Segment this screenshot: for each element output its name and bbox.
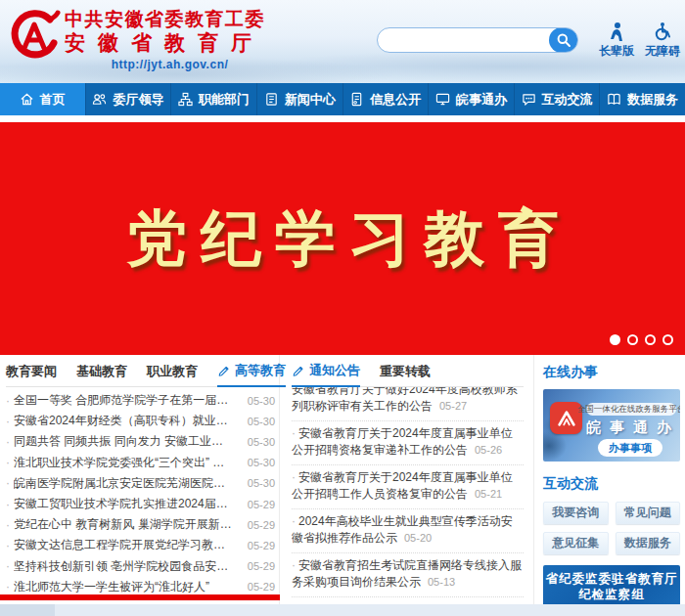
site-titles: 中共安徽省委教育工委 安徽省教育厅 http://jyt.ah.gov.cn/ bbox=[65, 8, 348, 71]
service-items-button[interactable]: 办事事项 bbox=[598, 439, 662, 457]
discipline-inspection-banner[interactable]: 省纪委监委驻省教育厅 纪检监察组 bbox=[543, 565, 680, 606]
nav-label: 信息公开 bbox=[370, 91, 421, 109]
wanshitongban-title: 皖事通办 bbox=[586, 418, 676, 437]
online-services-icon bbox=[435, 92, 450, 107]
news-item[interactable]: ·坚持科技创新引领 亳州学院校园食品安全管理能力再...05-29 bbox=[6, 556, 275, 577]
news-item[interactable]: ·同题共答 同频共振 同向发力 安徽工业大学党委与马...05-30 bbox=[6, 431, 275, 452]
carousel-dot-4[interactable] bbox=[662, 334, 673, 345]
notice-item[interactable]: ·安徽省教育招生考试院直播网络专线接入服务采购项目询价结果公示05-13 bbox=[292, 553, 524, 597]
nav-item-online-services[interactable]: 皖事通办 bbox=[429, 83, 515, 115]
news-list: ·全国一等奖 合肥师范学院学子在第一届信息安全铁人...05-30 ·安徽省20… bbox=[6, 390, 275, 597]
interaction-heading: 互动交流 bbox=[543, 475, 680, 493]
notice-item[interactable]: ·2024年高校毕业生就业典型宣传季活动安徽省拟推荐作品公示05-20 bbox=[292, 509, 524, 553]
bullet: · bbox=[292, 514, 296, 528]
nav-item-info-disclosure[interactable]: 信息公开 bbox=[343, 83, 430, 115]
carousel-dot-3[interactable] bbox=[645, 334, 656, 345]
news-item[interactable]: ·安徽省2024年财经类（高职专科）就业市场双选会...05-30 bbox=[6, 411, 275, 431]
news-item[interactable]: ·皖南医学院附属北京安定医院芜湖医院签约揭牌05-30 bbox=[6, 473, 275, 494]
service-column: 在线办事 全国一体化在线政务服务平台 皖事通办 办事事项 互动交流 我要咨询 常… bbox=[534, 355, 685, 604]
site-url[interactable]: http://jyt.ah.gov.cn/ bbox=[65, 58, 275, 71]
nav-label: 新闻中心 bbox=[285, 91, 336, 109]
bullet: · bbox=[6, 518, 14, 532]
bullet: · bbox=[6, 435, 14, 449]
faq-button[interactable]: 常见问题 bbox=[616, 502, 681, 524]
nav-item-interaction[interactable]: 互动交流 bbox=[515, 83, 601, 115]
tab-vocational-education[interactable]: 职业教育 bbox=[147, 363, 198, 386]
nav-label: 互动交流 bbox=[542, 91, 593, 109]
page: 中共安徽省委教育工委 安徽省教育厅 http://jyt.ah.gov.cn/ … bbox=[0, 0, 685, 616]
data-service-button[interactable]: 数据服务 bbox=[616, 532, 681, 554]
news-item[interactable]: ·全国一等奖 合肥师范学院学子在第一届信息安全铁人...05-30 bbox=[6, 390, 275, 411]
bullet: · bbox=[6, 539, 14, 552]
info-disclosure-icon bbox=[349, 92, 364, 107]
bullet: · bbox=[6, 394, 14, 408]
banner-title: 党纪学习教育 bbox=[113, 198, 572, 280]
nav-item-news-center[interactable]: 新闻中心 bbox=[257, 83, 343, 115]
content-area: 教育要闻 基础教育 职业教育 高等教育 ·全国一等奖 合肥师范学院学子在第一届信… bbox=[0, 355, 685, 604]
nav-item-departments[interactable]: 职能部门 bbox=[171, 83, 257, 115]
search-bar bbox=[377, 27, 578, 53]
carousel-dot-1[interactable] bbox=[610, 334, 620, 345]
carousel-banner[interactable]: 党纪学习教育 bbox=[0, 122, 685, 355]
search-input[interactable] bbox=[378, 28, 549, 52]
bullet: · bbox=[6, 456, 14, 469]
bullet: · bbox=[6, 580, 14, 594]
nav-item-data-services[interactable]: 数据服务 bbox=[600, 83, 685, 115]
nav-label: 数据服务 bbox=[627, 91, 678, 109]
footer-strip bbox=[0, 604, 685, 616]
tab-label: 通知公告 bbox=[309, 362, 360, 379]
home-icon bbox=[20, 92, 34, 107]
search-icon bbox=[556, 32, 571, 48]
pen-icon bbox=[292, 364, 305, 377]
notice-tabs: 通知公告 重要转载 bbox=[292, 362, 524, 387]
elder-version-button[interactable]: 长辈版 bbox=[595, 22, 638, 60]
accessibility-label: 无障碍 bbox=[645, 44, 680, 58]
bullet: · bbox=[6, 559, 14, 573]
footer-strip-segment bbox=[0, 604, 55, 616]
nav-label: 皖事通办 bbox=[456, 91, 507, 109]
pen-icon bbox=[217, 364, 231, 377]
consult-button[interactable]: 我要咨询 bbox=[543, 502, 609, 524]
feedback-button[interactable]: 意见征集 bbox=[543, 532, 609, 554]
tab-basic-education[interactable]: 基础教育 bbox=[76, 363, 127, 386]
notice-item[interactable]: ·安徽省教育厅关于2024年度直属事业单位公开招聘资格复审递补工作的公告05-2… bbox=[292, 421, 524, 465]
data-services-icon bbox=[607, 92, 621, 107]
news-item[interactable]: ·安徽文达信息工程学院开展党纪学习教育专题辅导05-29 bbox=[6, 535, 275, 555]
interaction-buttons: 我要咨询 常见问题 意见征集 数据服务 bbox=[543, 502, 680, 554]
carousel-dot-2[interactable] bbox=[627, 334, 638, 345]
site-logo[interactable] bbox=[6, 7, 61, 64]
nav-item-home[interactable]: 首页 bbox=[0, 83, 86, 115]
news-tabs: 教育要闻 基础教育 职业教育 高等教育 bbox=[6, 362, 275, 387]
nav-label: 首页 bbox=[40, 91, 66, 109]
tab-education-news[interactable]: 教育要闻 bbox=[6, 363, 57, 386]
notice-item[interactable]: 安徽省教育厅关于做好2024年度高校教师系列职称评审有关工作的公告05-27 bbox=[292, 387, 524, 421]
red-divider-strip bbox=[0, 594, 280, 600]
elder-version-label: 长辈版 bbox=[599, 44, 634, 58]
org-title-line2: 安徽省教育厅 bbox=[65, 30, 348, 56]
news-icon bbox=[264, 92, 279, 107]
nav-label: 委厅领导 bbox=[113, 91, 163, 109]
carousel-dots bbox=[610, 334, 673, 345]
org-title-line1: 中共安徽省委教育工委 bbox=[65, 8, 348, 30]
nav-item-leaders[interactable]: 委厅领导 bbox=[86, 83, 172, 115]
accessibility-button[interactable]: 无障碍 bbox=[641, 22, 684, 60]
news-column: 教育要闻 基础教育 职业教育 高等教育 ·全国一等奖 合肥师范学院学子在第一届信… bbox=[0, 355, 280, 604]
platform-strip-label: 全国一体化在线政务服务平台 bbox=[586, 403, 676, 416]
leaders-icon bbox=[92, 92, 107, 107]
tab-important-reposts[interactable]: 重要转载 bbox=[380, 363, 431, 386]
notice-item[interactable]: ·安徽省教育厅关于2024年度直属事业单位公开招聘工作人员资格复审的公告05-2… bbox=[292, 465, 524, 509]
tab-notices[interactable]: 通知公告 bbox=[292, 362, 360, 387]
bullet: · bbox=[6, 498, 14, 511]
news-item[interactable]: ·党纪在心中 教育树新风 巢湖学院开展新进教师师德...05-29 bbox=[6, 514, 275, 535]
search-button[interactable] bbox=[549, 27, 578, 53]
news-item[interactable]: ·淮北职业技术学院党委强化“三个突出” 引领推动党...05-30 bbox=[6, 453, 275, 473]
main-nav: 首页 委厅领导 职能部门 新闻中心 信息公开 皖事通办 互动交流 数据服务 bbox=[0, 83, 685, 115]
notice-list: 安徽省教育厅关于做好2024年度高校教师系列职称评审有关工作的公告05-27 ·… bbox=[292, 387, 524, 600]
site-header: 中共安徽省委教育工委 安徽省教育厅 http://jyt.ah.gov.cn/ … bbox=[0, 0, 685, 83]
notice-item[interactable]: ·2023-2024年度“全国高校毕业生基层就业卓越奖学（教）金”安徽省拟推荐人… bbox=[292, 597, 524, 600]
news-item[interactable]: ·安徽工贸职业技术学院扎实推进2024届毕业生就业...05-29 bbox=[6, 494, 275, 514]
wanshitongban-card[interactable]: 全国一体化在线政务服务平台 皖事通办 办事事项 bbox=[543, 389, 680, 462]
inspection-line1: 省纪委监委驻省教育厅 bbox=[543, 571, 680, 587]
notice-column: 通知公告 重要转载 安徽省教育厅关于做好2024年度高校教师系列职称评审有关工作… bbox=[280, 355, 534, 604]
tab-higher-education[interactable]: 高等教育 bbox=[217, 362, 286, 387]
